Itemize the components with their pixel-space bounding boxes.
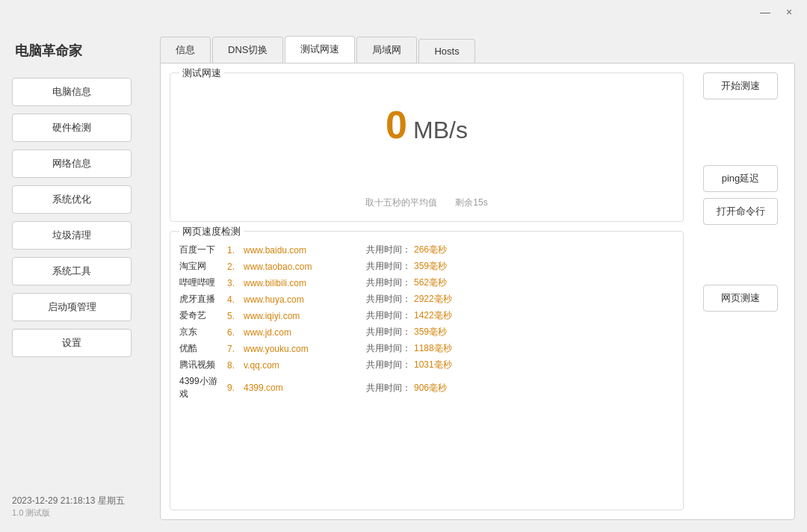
- ws-num: 1.: [227, 245, 241, 256]
- ws-url: www.iqiyi.com: [244, 311, 363, 321]
- list-item: 淘宝网 2. www.taobao.com 共用时间： 359毫秒: [179, 260, 674, 273]
- list-item: 哔哩哔哩 3. www.bilibili.com 共用时间： 562毫秒: [179, 276, 674, 289]
- sidebar-btn-pc-info[interactable]: 电脑信息: [12, 78, 132, 106]
- ws-name: 百度一下: [179, 244, 224, 256]
- speed-display: 0 MB/s: [386, 102, 468, 147]
- sidebar-btn-sys-optimize[interactable]: 系统优化: [12, 185, 132, 214]
- tab-lan[interactable]: 局域网: [356, 37, 417, 63]
- web-test-button[interactable]: 网页测速: [703, 285, 778, 312]
- ws-url: www.taobao.com: [244, 262, 363, 272]
- tab-bar: 信息DNS切换测试网速局域网Hosts: [160, 36, 795, 63]
- ws-time-label: 共用时间：: [366, 260, 411, 273]
- ws-num: 8.: [227, 360, 241, 371]
- ws-url: www.jd.com: [244, 327, 363, 338]
- ws-url: www.bilibili.com: [244, 278, 363, 288]
- ws-url: www.huya.com: [244, 294, 363, 305]
- main-container: 电脑革命家 电脑信息硬件检测网络信息系统优化垃圾清理系统工具启动项管理设置 信息…: [0, 24, 807, 532]
- sidebar-btn-junk-clean[interactable]: 垃圾清理: [12, 221, 132, 250]
- ws-name: 爱奇艺: [179, 309, 224, 322]
- tab-speed[interactable]: 测试网速: [285, 36, 355, 63]
- list-item: 虎牙直播 4. www.huya.com 共用时间： 2922毫秒: [179, 293, 674, 306]
- minimize-button[interactable]: —: [753, 1, 777, 22]
- speed-section-label: 测试网速: [179, 66, 224, 80]
- web-speed-list: 百度一下 1. www.baidu.com 共用时间： 266毫秒 淘宝网 2.…: [179, 244, 674, 400]
- version-text: 1.0 测试版: [12, 507, 125, 519]
- ws-name: 优酷: [179, 342, 224, 355]
- ping-button[interactable]: ping延迟: [703, 165, 778, 192]
- web-section-label: 网页速度检测: [179, 225, 244, 238]
- ws-time-label: 共用时间：: [366, 382, 411, 395]
- speed-number: 0: [386, 102, 407, 147]
- ws-num: 2.: [227, 262, 241, 272]
- sidebar-btn-sys-tools[interactable]: 系统工具: [12, 257, 132, 285]
- sidebar-buttons: 电脑信息硬件检测网络信息系统优化垃圾清理系统工具启动项管理设置: [12, 78, 154, 365]
- sidebar: 电脑革命家 电脑信息硬件检测网络信息系统优化垃圾清理系统工具启动项管理设置: [12, 36, 154, 520]
- speed-footer: 取十五秒的平均值 剩余15s: [365, 197, 487, 209]
- ws-num: 7.: [227, 344, 241, 354]
- speed-section: 测试网速 0 MB/s 取十五秒的平均值 剩余15s: [170, 72, 684, 222]
- tab-info[interactable]: 信息: [160, 37, 211, 63]
- ws-name: 虎牙直播: [179, 293, 224, 306]
- ws-num: 6.: [227, 327, 241, 338]
- ws-url: www.baidu.com: [244, 245, 363, 256]
- ws-time-val: 359毫秒: [414, 260, 447, 273]
- remain-label: 剩余15s: [455, 197, 487, 209]
- content-area: 信息DNS切换测试网速局域网Hosts 测试网速 0 MB/s 取十五秒的平均值…: [160, 36, 795, 520]
- ws-time-label: 共用时间：: [366, 293, 411, 306]
- list-item: 4399小游戏 9. 4399.com 共用时间： 906毫秒: [179, 375, 674, 400]
- ws-url: 4399.com: [244, 383, 363, 393]
- ws-name: 4399小游戏: [179, 375, 224, 400]
- sidebar-btn-startup[interactable]: 启动项管理: [12, 293, 132, 321]
- ws-num: 3.: [227, 278, 241, 288]
- datetime-text: 2023-12-29 21:18:13 星期五: [12, 495, 125, 507]
- sidebar-btn-hardware[interactable]: 硬件检测: [12, 114, 132, 142]
- panel-main: 测试网速 0 MB/s 取十五秒的平均值 剩余15s 网页速度检测 百度一下 1…: [170, 72, 684, 510]
- ws-time-val: 906毫秒: [414, 382, 447, 395]
- list-item: 腾讯视频 8. v.qq.com 共用时间： 1031毫秒: [179, 359, 674, 371]
- list-item: 京东 6. www.jd.com 共用时间： 359毫秒: [179, 326, 674, 338]
- ws-time-val: 1422毫秒: [414, 309, 452, 322]
- ws-name: 淘宝网: [179, 260, 224, 273]
- ws-time-val: 1031毫秒: [414, 359, 452, 371]
- sidebar-footer: 2023-12-29 21:18:13 星期五 1.0 测试版: [12, 495, 125, 519]
- tab-hosts[interactable]: Hosts: [418, 39, 474, 63]
- ws-url: www.youku.com: [244, 344, 363, 354]
- ws-num: 9.: [227, 383, 241, 393]
- panel-btn-group: ping延迟 打开命令行: [703, 165, 778, 225]
- avg-label: 取十五秒的平均值: [365, 197, 437, 209]
- sidebar-btn-settings[interactable]: 设置: [12, 329, 132, 357]
- ws-time-label: 共用时间：: [366, 309, 411, 322]
- tab-dns[interactable]: DNS切换: [212, 37, 283, 63]
- web-speed-section: 网页速度检测 百度一下 1. www.baidu.com 共用时间： 266毫秒…: [170, 231, 684, 510]
- content-panel: 测试网速 0 MB/s 取十五秒的平均值 剩余15s 网页速度检测 百度一下 1…: [160, 63, 795, 520]
- panel-sidebar: 开始测速 ping延迟 打开命令行 网页测速: [696, 72, 785, 510]
- ws-time-val: 1188毫秒: [414, 342, 452, 355]
- ws-num: 4.: [227, 294, 241, 305]
- ws-name: 哔哩哔哩: [179, 276, 224, 289]
- ws-url: v.qq.com: [244, 360, 363, 371]
- sidebar-btn-network-info[interactable]: 网络信息: [12, 149, 132, 178]
- list-item: 爱奇艺 5. www.iqiyi.com 共用时间： 1422毫秒: [179, 309, 674, 322]
- ws-time-label: 共用时间：: [366, 342, 411, 355]
- ws-name: 京东: [179, 326, 224, 338]
- close-button[interactable]: ×: [777, 1, 801, 22]
- list-item: 百度一下 1. www.baidu.com 共用时间： 266毫秒: [179, 244, 674, 256]
- list-item: 优酷 7. www.youku.com 共用时间： 1188毫秒: [179, 342, 674, 355]
- ws-time-val: 562毫秒: [414, 276, 447, 289]
- cmd-button[interactable]: 打开命令行: [703, 198, 778, 225]
- app-title: 电脑革命家: [12, 42, 154, 60]
- ws-time-val: 266毫秒: [414, 244, 447, 256]
- ws-time-label: 共用时间：: [366, 244, 411, 256]
- ws-time-label: 共用时间：: [366, 326, 411, 338]
- ws-time-val: 2922毫秒: [414, 293, 452, 306]
- ws-num: 5.: [227, 311, 241, 321]
- ws-time-label: 共用时间：: [366, 276, 411, 289]
- ws-time-val: 359毫秒: [414, 326, 447, 338]
- ws-time-label: 共用时间：: [366, 359, 411, 371]
- title-bar: — ×: [0, 0, 807, 24]
- speed-unit: MB/s: [413, 117, 468, 144]
- start-test-button[interactable]: 开始测速: [703, 72, 778, 99]
- ws-name: 腾讯视频: [179, 359, 224, 371]
